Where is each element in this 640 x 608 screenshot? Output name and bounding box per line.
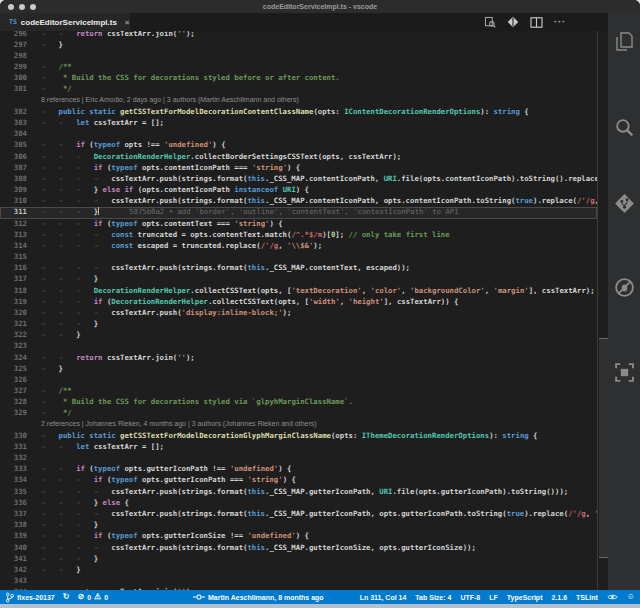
- line-number[interactable]: 306: [0, 152, 27, 163]
- code-line[interactable]: 299→/**: [0, 62, 597, 73]
- line-number[interactable]: 340: [0, 543, 27, 554]
- code-line[interactable]: 328→ * Build the CSS for decorations sty…: [0, 397, 597, 408]
- line-number[interactable]: 309: [0, 185, 27, 196]
- code-line[interactable]: 326: [0, 375, 597, 386]
- code-line[interactable]: 315: [0, 252, 597, 263]
- sidebar-item-explorer[interactable]: [608, 31, 640, 53]
- line-number[interactable]: 305: [0, 140, 27, 151]
- line-number[interactable]: 300: [0, 73, 27, 84]
- close-window-button[interactable]: [8, 4, 14, 10]
- ts-version-button[interactable]: 2.1.6: [551, 594, 567, 601]
- code-line[interactable]: 319→→→if (DecorationRenderHelper.collect…: [0, 297, 597, 308]
- code-line[interactable]: 305→→if (typeof opts !== 'undefined') {: [0, 140, 597, 151]
- line-number[interactable]: 310: [0, 196, 27, 207]
- code-line[interactable]: 304: [0, 129, 597, 140]
- codelens-row[interactable]: 2 references | Johannes Rieken, 4 months…: [0, 420, 597, 431]
- line-number[interactable]: 303: [0, 118, 27, 129]
- scrollbar-slider[interactable]: [599, 338, 608, 558]
- line-number[interactable]: 320: [0, 308, 27, 319]
- code-line[interactable]: 314→→→→const escaped = truncated.replace…: [0, 241, 597, 252]
- zoom-window-button[interactable]: [30, 4, 36, 10]
- code-line[interactable]: 327→/**: [0, 386, 597, 397]
- code-line[interactable]: 298: [0, 51, 597, 62]
- line-number[interactable]: 330: [0, 431, 27, 442]
- line-number[interactable]: 308: [0, 174, 27, 185]
- code-line[interactable]: 343: [0, 576, 597, 587]
- line-number[interactable]: 342: [0, 565, 27, 576]
- line-number[interactable]: 338: [0, 520, 27, 531]
- code-line[interactable]: 307→→→if (typeof opts.contentIconPath ==…: [0, 163, 597, 174]
- line-number[interactable]: 322: [0, 330, 27, 341]
- code-line[interactable]: 300→ * Build the CSS for decorations sty…: [0, 73, 597, 84]
- code-line[interactable]: 331→→let cssTextArr = [];: [0, 442, 597, 453]
- line-number[interactable]: 334: [0, 475, 27, 486]
- line-number[interactable]: 332: [0, 453, 27, 464]
- code-line[interactable]: 311→→→}5875b0a2 • add 'border', 'outline…: [0, 207, 597, 218]
- codelens-row[interactable]: 8 references | Eric Amodio, 2 days ago |…: [0, 96, 597, 107]
- sidebar-item-source-control[interactable]: [608, 193, 640, 214]
- code-line[interactable]: 330→public static getCSSTextForModelDeco…: [0, 431, 597, 442]
- codelens-text[interactable]: 2 references | Johannes Rieken, 4 months…: [27, 420, 597, 431]
- line-number[interactable]: 341: [0, 554, 27, 565]
- line-number[interactable]: 299: [0, 62, 27, 73]
- code-line[interactable]: 312→→→if (typeof opts.contentText === 's…: [0, 219, 597, 230]
- language-mode-button[interactable]: TypeScript: [507, 594, 543, 601]
- line-number[interactable]: 314: [0, 241, 27, 252]
- line-number[interactable]: 321: [0, 319, 27, 330]
- code-line[interactable]: 338→→→}: [0, 520, 597, 531]
- line-number[interactable]: 315: [0, 252, 27, 263]
- code-line[interactable]: 316→→→→cssTextArr.push(strings.format(th…: [0, 263, 597, 274]
- code-line[interactable]: 336→→→} else {: [0, 498, 597, 509]
- eol-button[interactable]: LF: [489, 594, 498, 601]
- code-line[interactable]: 342→→}: [0, 565, 597, 576]
- line-number[interactable]: 312: [0, 219, 27, 230]
- code-line[interactable]: 306→→→DecorationRenderHelper.collectBord…: [0, 152, 597, 163]
- code-line[interactable]: 320→→→→cssTextArr.push('display:inline-b…: [0, 308, 597, 319]
- line-number[interactable]: 307: [0, 163, 27, 174]
- line-number[interactable]: 313: [0, 230, 27, 241]
- open-preview-button[interactable]: [484, 16, 496, 28]
- code-line[interactable]: 308→→→→cssTextArr.push(strings.format(th…: [0, 174, 597, 185]
- more-actions-button[interactable]: ···: [554, 18, 566, 26]
- line-number[interactable]: 296: [0, 31, 27, 40]
- feedback-button[interactable]: ☺: [627, 593, 635, 601]
- sidebar-item-search[interactable]: [608, 117, 640, 138]
- line-number[interactable]: 316: [0, 263, 27, 274]
- sidebar-item-debug[interactable]: [608, 277, 640, 298]
- encoding-button[interactable]: UTF-8: [460, 594, 480, 601]
- line-number[interactable]: 333: [0, 464, 27, 475]
- line-number[interactable]: 304: [0, 129, 27, 140]
- code-line[interactable]: 317→→→}: [0, 274, 597, 285]
- line-number[interactable]: 318: [0, 286, 27, 297]
- tab-size-button[interactable]: Tab Size: 4: [415, 594, 451, 601]
- code-line[interactable]: 340→→→→cssTextArr.push(strings.format(th…: [0, 543, 597, 554]
- cursor-position-button[interactable]: Ln 311, Col 14: [360, 594, 407, 601]
- line-number[interactable]: 331: [0, 442, 27, 453]
- code-line[interactable]: 334→→→if (typeof opts.gutterIconPath ===…: [0, 475, 597, 486]
- line-number[interactable]: 327: [0, 386, 27, 397]
- line-number[interactable]: 319: [0, 297, 27, 308]
- problems-button[interactable]: ⊘ 0 ⚠ 0: [77, 593, 108, 601]
- line-number[interactable]: 302: [0, 107, 27, 118]
- git-branch-button[interactable]: fixes-20137: [5, 592, 55, 603]
- code-editor[interactable]: 296→→return cssTextArr.join('');297→}298…: [0, 31, 597, 590]
- code-line[interactable]: 339→→→if (typeof opts.gutterIconSize !==…: [0, 531, 597, 542]
- code-line[interactable]: 323: [0, 341, 597, 352]
- watch-button[interactable]: [607, 593, 618, 601]
- line-number[interactable]: 336: [0, 498, 27, 509]
- code-line[interactable]: 301→ */: [0, 84, 597, 95]
- line-number[interactable]: 323: [0, 341, 27, 352]
- line-number[interactable]: 325: [0, 364, 27, 375]
- code-line[interactable]: 310→→→→cssTextArr.push(strings.format(th…: [0, 196, 597, 207]
- sidebar-item-extensions[interactable]: [608, 362, 640, 383]
- linter-button[interactable]: TSLint: [576, 594, 598, 601]
- line-number[interactable]: 329: [0, 408, 27, 419]
- code-line[interactable]: 325→}: [0, 364, 597, 375]
- line-number[interactable]: 317: [0, 274, 27, 285]
- line-number[interactable]: 326: [0, 375, 27, 386]
- code-line[interactable]: 309→→→} else if (opts.contentIconPath in…: [0, 185, 597, 196]
- line-number[interactable]: 339: [0, 531, 27, 542]
- code-line[interactable]: 332: [0, 453, 597, 464]
- line-number[interactable]: 301: [0, 84, 27, 95]
- code-line[interactable]: 341→→→}: [0, 554, 597, 565]
